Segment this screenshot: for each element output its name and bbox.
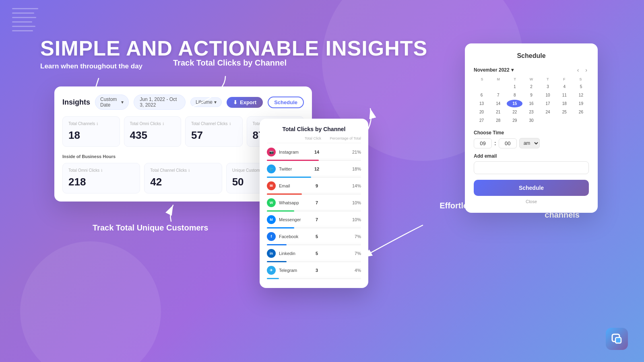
channel-bar-wrap: [267, 210, 361, 212]
export-button[interactable]: ⬇ Export: [227, 97, 263, 108]
page-heading: SIMPLE AND ACTIONABLE INSIGHTS: [40, 36, 427, 60]
cal-day[interactable]: 27: [474, 117, 489, 124]
channel-bar-fill: [267, 193, 302, 195]
channel-pct-value: 7%: [329, 251, 361, 256]
cal-day[interactable]: 28: [490, 117, 506, 124]
channel-pct-value: 18%: [329, 167, 361, 171]
cal-day[interactable]: 20: [474, 108, 489, 116]
channel-icon: f: [267, 232, 276, 241]
close-link[interactable]: Close: [474, 199, 589, 204]
stat-biz-omni-clicks: Total Omni Clicks ℹ 218: [62, 163, 140, 193]
channel-clicks-value: 9: [305, 183, 329, 188]
channel-bar-wrap: [267, 261, 361, 262]
channel-clicks-value: 12: [305, 167, 329, 171]
cal-day[interactable]: 21: [490, 108, 506, 116]
channel-row: MMessenger710%: [267, 213, 361, 228]
cal-day[interactable]: 23: [523, 108, 539, 116]
channel-pct-value: 14%: [329, 183, 361, 188]
cal-day[interactable]: 13: [474, 100, 489, 107]
cal-day[interactable]: 22: [507, 108, 522, 116]
insights-title: Insights: [62, 98, 90, 107]
schedule-button-small[interactable]: Schedule: [268, 97, 304, 108]
channel-name: Whatsapp: [279, 200, 299, 205]
channel-info: 📷Instagram: [267, 148, 305, 156]
cal-day[interactable]: 29: [507, 117, 522, 124]
cal-day[interactable]: 25: [557, 108, 572, 116]
cal-day[interactable]: 11: [557, 91, 572, 99]
cal-day[interactable]: 14: [490, 100, 506, 107]
cal-day[interactable]: 6: [474, 91, 489, 99]
date-filter-dropdown[interactable]: Custom Date ▾: [95, 95, 129, 110]
day-header-s: S: [474, 77, 490, 81]
calendar-prev-button[interactable]: ‹: [576, 66, 581, 74]
logo-icon: [611, 333, 623, 346]
channel-icon: M: [267, 215, 276, 224]
cal-day[interactable]: 18: [557, 100, 572, 107]
channel-bar-fill: [267, 244, 287, 245]
day-header-t: T: [507, 77, 523, 81]
annotation-track-clicks: Track Total Clicks by Channel: [173, 58, 287, 68]
channel-data-row: fFacebook57%: [267, 230, 361, 243]
channel-info: fFacebook: [267, 232, 305, 241]
cal-day[interactable]: 30: [523, 117, 539, 124]
cal-day: [557, 117, 572, 124]
channel-clicks-value: 14: [305, 150, 329, 154]
cal-day: [573, 117, 589, 124]
cal-day[interactable]: 15: [507, 100, 522, 107]
channel-clicks-value: 3: [305, 268, 329, 273]
cal-day[interactable]: 9: [523, 91, 539, 99]
calendar-month: November 2022 ▾: [474, 67, 514, 73]
channel-icon: in: [267, 249, 276, 258]
cal-day[interactable]: 4: [557, 83, 572, 90]
calendar-next-button[interactable]: ›: [584, 66, 589, 74]
channel-bar-fill: [267, 210, 294, 212]
cal-day[interactable]: 10: [540, 91, 556, 99]
date-filter-label: Custom Date: [100, 97, 120, 108]
date-range-display: Jun 1, 2022 - Oct 3, 2022: [134, 95, 186, 110]
stat-total-channels-value: 18: [68, 129, 114, 142]
stat-total-channels-label: Total Channels ℹ: [68, 121, 114, 126]
channel-name: Linkedin: [279, 251, 295, 256]
cal-day[interactable]: 19: [573, 100, 589, 107]
cal-day[interactable]: 1: [507, 83, 522, 90]
cal-day[interactable]: 16: [523, 100, 539, 107]
schedule-submit-button[interactable]: Schedule: [474, 180, 589, 196]
schedule-card-title: Schedule: [474, 52, 589, 60]
channel-bar-wrap: [267, 160, 361, 161]
info-icon: ℹ: [229, 122, 231, 126]
lifetime-label: Lifetime: [196, 99, 213, 105]
cal-day[interactable]: 5: [573, 83, 589, 90]
cal-day[interactable]: 24: [540, 108, 556, 116]
channel-bar-fill: [267, 227, 294, 228]
channel-pct-value: 4%: [329, 268, 361, 273]
cal-day[interactable]: 2: [523, 83, 539, 90]
email-input[interactable]: [474, 161, 589, 174]
channel-row: 🐦Twitter1218%: [267, 162, 361, 178]
cal-day[interactable]: 12: [573, 91, 589, 99]
cal-day[interactable]: 26: [573, 108, 589, 116]
bg-circle-2: [20, 241, 161, 362]
cal-day[interactable]: 7: [490, 91, 506, 99]
annotation-track-customers: Track Total Unique Customers: [93, 223, 208, 232]
stat-biz-channel-label: Total Channel Clicks ℹ: [150, 168, 216, 173]
col-pct-header: Percentage of Total: [329, 136, 361, 140]
cal-day[interactable]: 17: [540, 100, 556, 107]
time-minute-input[interactable]: [499, 138, 517, 148]
stat-total-channels: Total Channels ℹ 18: [62, 116, 120, 147]
cal-day: [474, 83, 489, 90]
logo: [606, 328, 628, 350]
stat-total-omni-clicks: Total Omni Clicks ℹ 435: [124, 116, 182, 147]
cal-day[interactable]: 3: [540, 83, 556, 90]
cal-day[interactable]: 8: [507, 91, 522, 99]
channel-clicks-value: 7: [305, 217, 329, 222]
day-header-f: F: [556, 77, 572, 81]
time-hour-input[interactable]: [474, 138, 492, 148]
day-header-t2: T: [539, 77, 556, 81]
channel-info: WWhatsapp: [267, 198, 305, 207]
day-header-w: W: [523, 77, 540, 81]
bg-lines: [12, 8, 38, 31]
lifetime-filter-dropdown[interactable]: Lifetime ▾: [190, 97, 222, 107]
channel-name: Facebook: [279, 234, 298, 239]
stat-channel-clicks-value: 57: [191, 129, 237, 142]
ampm-select[interactable]: am pm: [519, 138, 540, 148]
